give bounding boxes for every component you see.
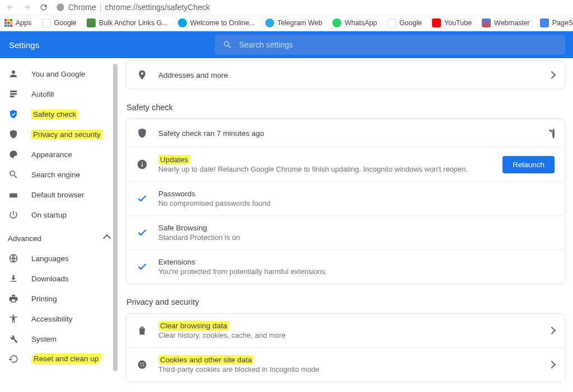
updates-row: Updates Nearly up to date! Relaunch Goog… xyxy=(126,147,565,181)
info-icon xyxy=(136,158,148,171)
nav-system[interactable]: System xyxy=(0,329,118,349)
privacy-title: Privacy and security xyxy=(126,297,565,306)
bookmark-whatsapp[interactable]: WhatsApp xyxy=(332,18,377,27)
back-button[interactable] xyxy=(6,3,15,12)
relaunch-button[interactable]: Relaunch xyxy=(502,156,555,173)
nav-reset-cleanup[interactable]: Reset and clean up xyxy=(0,349,118,369)
palette-icon xyxy=(8,149,19,160)
search-input[interactable] xyxy=(239,40,557,49)
privacy-card: Clear browsing dataClear history, cookie… xyxy=(125,313,565,382)
chevron-up-icon xyxy=(103,234,111,242)
bookmark-welcome-online[interactable]: Welcome to Online... xyxy=(178,18,255,27)
addresses-card: Addresses and more xyxy=(125,60,565,89)
bookmark-bulk-anchor[interactable]: Bulk Anchor Links G... xyxy=(87,18,168,27)
shield-icon xyxy=(136,127,148,139)
trash-icon xyxy=(136,324,148,337)
forward-button[interactable] xyxy=(22,3,31,12)
refresh-icon xyxy=(552,128,555,139)
globe-icon xyxy=(87,18,96,27)
bookmarks-bar: Apps Google Bulk Anchor Links G... Welco… xyxy=(0,15,573,31)
accessibility-icon xyxy=(8,313,19,324)
reload-button[interactable] xyxy=(39,3,48,12)
autofill-icon xyxy=(8,88,19,100)
shield-icon xyxy=(8,129,19,140)
url-prefix: Chrome xyxy=(68,3,96,12)
print-icon xyxy=(8,293,19,304)
chevron-right-icon xyxy=(548,327,556,334)
chevron-right-icon xyxy=(548,361,556,369)
search-settings[interactable] xyxy=(215,35,565,55)
nav-printing[interactable]: Printing xyxy=(0,289,118,309)
chevron-right-icon xyxy=(548,71,556,79)
nav-you-and-google[interactable]: You and Google xyxy=(0,64,118,84)
extensions-row: ExtensionsYou're protected from potentia… xyxy=(126,249,565,284)
settings-content: Addresses and more Safety check Safety c… xyxy=(118,58,573,392)
nav-downloads[interactable]: Downloads xyxy=(0,268,118,289)
shield-check-icon xyxy=(8,108,19,120)
page-title: Settings xyxy=(0,40,215,50)
clear-browsing-data-row[interactable]: Clear browsing dataClear history, cookie… xyxy=(126,314,565,347)
power-icon xyxy=(8,209,19,220)
bookmark-youtube[interactable]: YouTube xyxy=(432,18,472,27)
svg-point-2 xyxy=(13,315,15,317)
google-icon xyxy=(387,18,396,27)
webmaster-icon xyxy=(482,18,491,27)
bookmark-pagespeed[interactable]: PageSpeed Insights xyxy=(540,18,573,27)
whatsapp-icon xyxy=(332,18,341,27)
svg-point-0 xyxy=(57,3,64,11)
safety-status-row: Safety check ran 7 minutes ago xyxy=(126,119,565,147)
bookmark-google[interactable]: Google xyxy=(42,18,77,27)
url-separator: | xyxy=(100,3,102,12)
search-icon xyxy=(223,40,232,50)
safety-check-card: Safety check ran 7 minutes ago Updates N… xyxy=(125,119,565,284)
settings-nav: You and Google Autofill Safety check Pri… xyxy=(0,58,118,392)
nav-advanced[interactable]: Advanced xyxy=(0,228,118,248)
check-icon xyxy=(136,226,148,239)
nav-accessibility[interactable]: Accessibility xyxy=(0,309,118,329)
wrench-icon xyxy=(8,333,19,344)
check-icon xyxy=(136,261,148,273)
rerun-safety-check[interactable] xyxy=(552,129,555,138)
nav-default-browser[interactable]: Default browser xyxy=(0,185,118,205)
search-icon xyxy=(8,169,19,180)
svg-point-6 xyxy=(143,362,144,363)
globe-icon xyxy=(178,18,187,27)
scrollbar[interactable] xyxy=(113,64,118,371)
nav-search-engine[interactable]: Search engine xyxy=(0,164,118,185)
safe-browsing-row: Safe BrowsingStandard Protection is on xyxy=(126,215,565,249)
globe-icon xyxy=(8,253,19,264)
settings-header: Settings xyxy=(0,31,573,58)
nav-on-startup[interactable]: On startup xyxy=(0,205,118,225)
nav-autofill[interactable]: Autofill xyxy=(0,84,118,104)
location-icon xyxy=(136,69,148,81)
svg-point-8 xyxy=(143,365,144,366)
youtube-icon xyxy=(432,18,441,27)
svg-point-5 xyxy=(140,363,141,364)
browser-icon xyxy=(8,189,19,200)
telegram-icon xyxy=(265,18,274,27)
check-icon xyxy=(136,192,148,205)
nav-languages[interactable]: Languages xyxy=(0,248,118,268)
apps-icon xyxy=(4,19,12,27)
pagespeed-icon xyxy=(540,18,549,27)
nav-safety-check[interactable]: Safety check xyxy=(0,104,118,124)
bookmark-telegram[interactable]: Telegram Web xyxy=(265,18,322,27)
cookie-icon xyxy=(136,358,148,371)
addresses-row[interactable]: Addresses and more xyxy=(126,61,565,89)
url-path: chrome://settings/safetyCheck xyxy=(105,3,210,12)
google-icon xyxy=(42,18,51,27)
nav-appearance[interactable]: Appearance xyxy=(0,144,118,164)
person-icon xyxy=(8,68,19,79)
bookmark-google-2[interactable]: Google xyxy=(387,18,422,27)
nav-privacy-security[interactable]: Privacy and security xyxy=(0,124,118,144)
download-icon xyxy=(8,273,19,284)
safety-check-title: Safety check xyxy=(126,103,565,112)
bookmark-apps[interactable]: Apps xyxy=(4,19,32,27)
restore-icon xyxy=(8,353,19,365)
bookmark-webmaster[interactable]: Webmaster xyxy=(482,18,530,27)
passwords-row: PasswordsNo compromised passwords found xyxy=(126,181,565,215)
svg-point-4 xyxy=(138,361,147,369)
browser-toolbar: Chrome | chrome://settings/safetyCheck xyxy=(0,0,573,15)
omnibox[interactable]: Chrome | chrome://settings/safetyCheck xyxy=(56,3,210,12)
cookies-row[interactable]: Cookies and other site dataThird-party c… xyxy=(126,347,565,381)
